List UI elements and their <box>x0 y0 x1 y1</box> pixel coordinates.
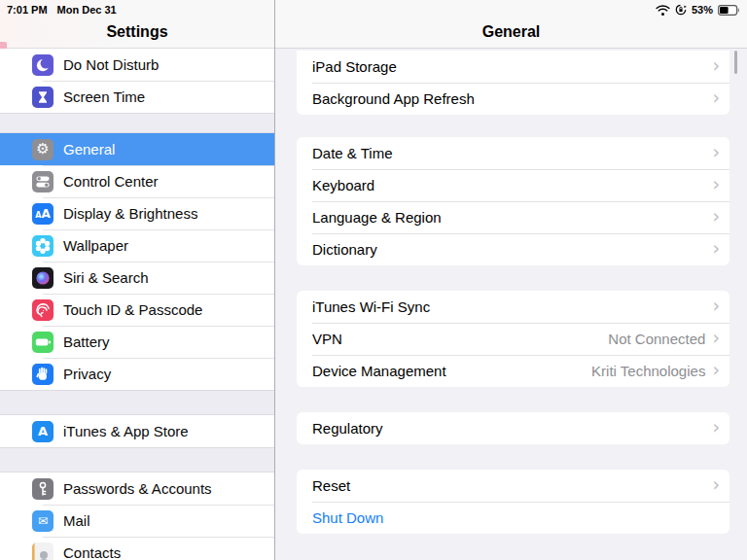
sidebar-item-contacts[interactable]: Contacts <box>0 537 274 560</box>
row-label: Background App Refresh <box>312 90 712 107</box>
rotation-lock-icon <box>675 4 687 16</box>
moon-icon <box>32 54 53 76</box>
status-time: 7:01 PM <box>7 4 48 16</box>
siri-icon <box>32 267 53 289</box>
display-brightness-icon: AA <box>32 203 53 225</box>
chevron-right-icon: › <box>712 297 720 315</box>
sidebar-item-label: Contacts <box>63 544 121 560</box>
appstore-icon: A <box>32 421 53 442</box>
sidebar-item-label: Passwords & Accounts <box>63 480 212 497</box>
row-vpn[interactable]: VPNNot Connected› <box>297 323 729 355</box>
sidebar-item-label: Display & Brightness <box>63 205 197 222</box>
row-label: iPad Storage <box>312 58 712 75</box>
row-date-time[interactable]: Date & Time› <box>297 137 729 169</box>
status-bar-left: 7:01 PM Mon Dec 31 <box>7 4 117 16</box>
settings-sidebar: Settings Do Not DisturbScreen Time⚙Gener… <box>0 0 275 560</box>
battery-percent: 53% <box>692 4 713 16</box>
sidebar-item-mail[interactable]: ✉Mail <box>0 505 274 537</box>
settings-group: Date & Time›Keyboard›Language & Region›D… <box>297 137 729 265</box>
sidebar-item-label: Do Not Disturb <box>63 56 159 73</box>
row-keyboard[interactable]: Keyboard› <box>297 169 729 201</box>
sidebar-item-siri-search[interactable]: Siri & Search <box>0 262 274 294</box>
section-gap <box>0 113 274 133</box>
sidebar-list: Do Not DisturbScreen Time⚙GeneralControl… <box>0 49 274 560</box>
sidebar-item-label: iTunes & App Store <box>63 423 189 439</box>
sidebar-item-wallpaper[interactable]: Wallpaper <box>0 229 274 262</box>
row-regulatory[interactable]: Regulatory› <box>297 412 729 444</box>
row-label: VPN <box>312 331 608 347</box>
settings-group: iPad Storage›Background App Refresh› <box>297 51 729 115</box>
chevron-right-icon: › <box>712 329 720 347</box>
sidebar-item-label: Mail <box>63 512 90 529</box>
chevron-right-icon: › <box>712 361 720 379</box>
sidebar-item-label: Touch ID & Passcode <box>63 301 202 318</box>
sidebar-item-label: Screen Time <box>63 88 145 105</box>
status-date: Mon Dec 31 <box>57 4 117 16</box>
section-gap <box>0 390 274 415</box>
chevron-right-icon: › <box>712 475 720 494</box>
row-value: Not Connected <box>608 331 705 347</box>
sidebar-item-label: Battery <box>63 333 110 350</box>
row-value: Kriti Technologies <box>591 363 705 379</box>
content-groups: iPad Storage›Background App Refresh›Date… <box>275 51 747 534</box>
settings-group: iTunes Wi-Fi Sync›VPNNot Connected›Devic… <box>297 291 729 387</box>
row-itunes-wi-fi-sync[interactable]: iTunes Wi-Fi Sync› <box>297 291 729 323</box>
mail-icon: ✉ <box>32 510 53 532</box>
row-label: Date & Time <box>312 145 712 161</box>
section-gap <box>0 447 274 472</box>
settings-group: Reset›Shut Down <box>297 470 729 534</box>
general-pane: General iPad Storage›Background App Refr… <box>275 0 747 560</box>
ipad-settings-screen: 7:01 PM Mon Dec 31 53% <box>0 0 747 560</box>
page-title: General <box>482 24 541 40</box>
scrollbar-thumb[interactable] <box>734 51 737 74</box>
settings-group: Regulatory› <box>297 412 729 444</box>
sidebar-item-display-brightness[interactable]: AADisplay & Brightness <box>0 197 274 229</box>
sidebar-item-touch-id-passcode[interactable]: Touch ID & Passcode <box>0 294 274 326</box>
sidebar-item-label: Siri & Search <box>63 269 149 286</box>
gear-icon: ⚙ <box>32 139 53 160</box>
row-shut-down[interactable]: Shut Down <box>297 502 729 534</box>
status-bar: 7:01 PM Mon Dec 31 53% <box>0 0 747 19</box>
sidebar-item-label: Wallpaper <box>63 237 128 254</box>
sidebar-item-battery[interactable]: Battery <box>0 326 274 358</box>
sidebar-item-do-not-disturb[interactable]: Do Not Disturb <box>0 49 274 81</box>
row-reset[interactable]: Reset› <box>297 470 729 502</box>
row-dictionary[interactable]: Dictionary› <box>297 233 729 265</box>
sidebar-title: Settings <box>106 24 167 40</box>
fingerprint-icon <box>32 299 53 321</box>
row-language-region[interactable]: Language & Region› <box>297 201 729 233</box>
chevron-right-icon: › <box>712 239 720 258</box>
row-device-management[interactable]: Device ManagementKriti Technologies› <box>297 355 729 387</box>
main-columns: Settings Do Not DisturbScreen Time⚙Gener… <box>0 0 747 560</box>
sidebar-item-label: Control Center <box>63 173 159 190</box>
wifi-icon <box>656 5 670 16</box>
row-background-app-refresh[interactable]: Background App Refresh› <box>297 83 729 115</box>
sidebar-item-control-center[interactable]: Control Center <box>0 165 274 197</box>
sidebar-item-passwords-accounts[interactable]: Passwords & Accounts <box>0 472 274 505</box>
chevron-right-icon: › <box>712 88 720 107</box>
chevron-right-icon: › <box>712 56 720 75</box>
hourglass-icon <box>32 87 53 108</box>
chevron-right-icon: › <box>712 143 720 161</box>
status-bar-right: 53% <box>656 4 740 16</box>
sidebar-item-screen-time[interactable]: Screen Time <box>0 81 274 113</box>
key-icon <box>32 478 53 500</box>
row-ipad-storage[interactable]: iPad Storage› <box>297 51 729 83</box>
row-label: Device Management <box>312 363 591 379</box>
row-label: Language & Region <box>312 209 712 226</box>
chevron-right-icon: › <box>712 207 720 226</box>
wallpaper-icon <box>32 235 53 257</box>
row-label: Keyboard <box>312 177 712 193</box>
sidebar-item-privacy[interactable]: Privacy <box>0 358 274 390</box>
hand-icon <box>32 364 53 385</box>
sidebar-item-label: Privacy <box>63 366 111 382</box>
action-label: Shut Down <box>312 509 720 526</box>
chevron-right-icon: › <box>712 175 720 193</box>
sidebar-item-itunes-app-store[interactable]: AiTunes & App Store <box>0 415 274 447</box>
chevron-right-icon: › <box>712 418 720 437</box>
sidebar-item-general[interactable]: ⚙General <box>0 133 274 165</box>
toggles-icon <box>32 171 53 192</box>
contacts-icon <box>32 542 53 560</box>
row-label: Dictionary <box>312 241 712 258</box>
row-label: Reset <box>312 477 712 494</box>
